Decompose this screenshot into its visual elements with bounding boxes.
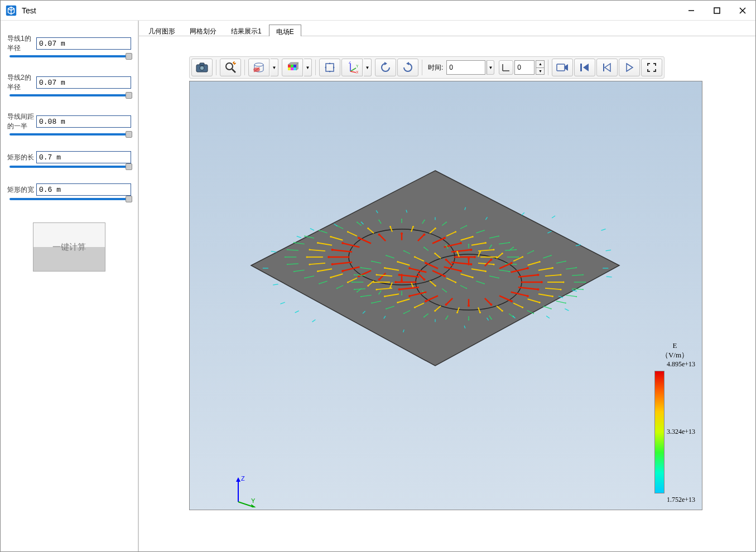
half-spacing-slider[interactable] (9, 133, 129, 135)
axis-dropdown[interactable]: ▼ (364, 59, 372, 76)
time-dropdown[interactable]: ▼ (487, 60, 494, 75)
svg-point-45 (378, 278, 381, 280)
svg-point-241 (479, 312, 481, 313)
zoom-icon[interactable] (220, 59, 241, 76)
svg-point-131 (498, 278, 499, 279)
svg-line-358 (295, 311, 299, 313)
close-button[interactable] (730, 1, 755, 21)
slider-thumb[interactable] (126, 92, 132, 99)
canvas[interactable]: Z Y E （V/m） 4.895e+13 . 3.324e+13 (189, 81, 702, 510)
slider-thumb[interactable] (126, 53, 132, 60)
svg-point-121 (485, 242, 487, 244)
rect-width-input[interactable] (36, 183, 131, 196)
svg-line-345 (606, 277, 612, 277)
rect-length-input[interactable] (36, 151, 131, 163)
tab-geometry[interactable]: 几何图形 (141, 24, 182, 36)
slider-thumb[interactable] (126, 163, 132, 170)
param-label: 矩形的长 (7, 153, 36, 162)
svg-point-307 (371, 303, 372, 304)
tab-mesh[interactable]: 网格划分 (182, 24, 224, 36)
minimize-button[interactable] (678, 1, 704, 21)
svg-point-303 (403, 313, 405, 314)
svg-point-33 (474, 256, 476, 258)
svg-line-284 (566, 295, 576, 297)
svg-line-362 (271, 251, 277, 253)
svg-line-377 (606, 250, 611, 251)
slider-thumb[interactable] (126, 131, 132, 138)
svg-line-286 (556, 301, 566, 303)
svg-point-275 (539, 261, 541, 263)
compute-button[interactable]: 一键计算 (33, 222, 105, 272)
app-window: Test 导线1的半径 导线2的半径 (0, 0, 756, 552)
svg-rect-18 (293, 67, 296, 70)
svg-point-323 (403, 250, 405, 251)
svg-point-123 (493, 249, 495, 250)
angle-icon[interactable] (499, 60, 513, 75)
svg-point-161 (293, 242, 295, 243)
svg-text:Z: Z (241, 475, 245, 482)
svg-point-53 (328, 256, 330, 258)
svg-point-247 (414, 307, 416, 308)
titlebar[interactable]: Test (1, 1, 755, 21)
record-icon[interactable] (552, 59, 573, 76)
svg-line-364 (310, 229, 314, 231)
stepper-up[interactable]: ▲ (536, 61, 544, 68)
maximize-button[interactable] (704, 1, 730, 21)
svg-point-229 (563, 282, 565, 283)
pan-icon[interactable] (319, 59, 340, 76)
tab-efield[interactable]: 电场E (269, 25, 301, 36)
rect-width-slider[interactable] (9, 198, 129, 200)
transparency-icon[interactable] (248, 59, 269, 76)
stepper-down[interactable]: ▼ (536, 68, 544, 75)
svg-point-301 (423, 317, 425, 318)
svg-rect-26 (557, 64, 565, 71)
color-cube-icon[interactable] (282, 59, 303, 76)
svg-point-209 (394, 281, 397, 283)
slider-thumb[interactable] (126, 196, 132, 202)
svg-point-125 (518, 256, 519, 258)
svg-point-183 (498, 235, 499, 236)
svg-line-363 (297, 236, 301, 238)
rotate-cw-icon[interactable] (375, 59, 396, 76)
svg-point-335 (533, 250, 534, 251)
wire2-radius-slider[interactable] (9, 94, 129, 96)
wire1-radius-slider[interactable] (9, 55, 129, 57)
svg-point-253 (375, 289, 377, 290)
svg-point-231 (560, 289, 562, 290)
first-frame-icon[interactable] (574, 59, 595, 76)
wire2-radius-input[interactable] (36, 76, 131, 89)
transparency-dropdown[interactable]: ▼ (271, 59, 278, 76)
half-spacing-input[interactable] (36, 115, 131, 128)
svg-point-291 (533, 313, 534, 314)
svg-rect-17 (291, 67, 293, 70)
svg-point-97 (309, 264, 310, 265)
color-dropdown[interactable]: ▼ (304, 59, 312, 76)
svg-point-197 (490, 303, 492, 306)
param-wire1-radius: 导线1的半径 (7, 34, 131, 57)
app-icon (5, 4, 17, 17)
svg-point-249 (397, 302, 398, 303)
svg-point-7 (200, 66, 204, 70)
color-legend: E （V/m） 4.895e+13 . 3.324e+13 . 1.752e+1… (654, 341, 695, 504)
camera-icon[interactable] (191, 59, 213, 76)
svg-point-223 (511, 262, 513, 264)
svg-point-329 (468, 244, 469, 245)
wire1-radius-input[interactable] (36, 37, 131, 50)
svg-point-305 (386, 308, 387, 309)
tab-results1[interactable]: 结果展示1 (224, 24, 269, 36)
axis-icon[interactable]: ZYX (341, 59, 363, 76)
svg-point-189 (541, 281, 543, 283)
fullscreen-icon[interactable] (641, 59, 662, 76)
frame-field[interactable] (514, 60, 535, 75)
svg-point-173 (401, 219, 402, 220)
svg-point-277 (552, 267, 553, 269)
play-icon[interactable] (619, 59, 640, 76)
svg-point-205 (408, 295, 411, 297)
svg-text:X: X (356, 70, 358, 74)
rect-length-slider[interactable] (9, 166, 129, 168)
separator (548, 60, 548, 75)
prev-frame-icon[interactable] (596, 59, 618, 76)
rotate-ccw-icon[interactable] (397, 59, 418, 76)
svg-point-8 (226, 63, 233, 70)
time-field[interactable] (446, 60, 485, 75)
